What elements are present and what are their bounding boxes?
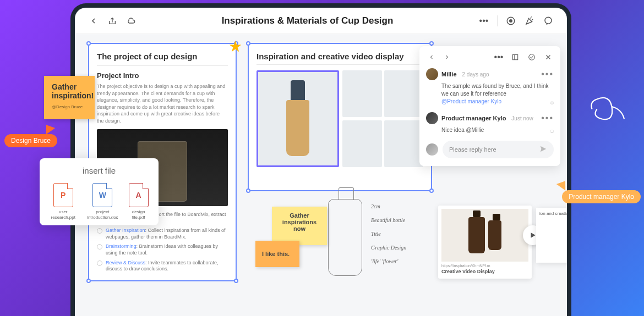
sketch-label: 'life' 'flower' (371, 258, 406, 264)
comment-body: The sample was found by Bruce, and I thi… (426, 82, 554, 106)
sketch-drawing[interactable]: 2cm Beautiful bottle Title Graphic Desig… (328, 199, 433, 281)
chat-icon[interactable] (543, 15, 554, 26)
video-thumbnail (441, 209, 528, 262)
file-label: project introduction.doc (80, 209, 125, 220)
svg-marker-8 (541, 146, 547, 152)
comment: Product manager Kylo Just now ••• Nice i… (426, 112, 554, 134)
expand-icon[interactable] (510, 52, 521, 63)
resize-handle[interactable] (246, 41, 250, 46)
sketch-label: Title (371, 231, 406, 237)
task-item: Gather Inspiration: Collect inspirations… (97, 228, 228, 240)
resize-handle[interactable] (429, 41, 434, 46)
cursor-label: Design Bruce (4, 134, 57, 147)
prev-icon[interactable] (426, 52, 437, 63)
cloud-icon[interactable] (125, 15, 137, 26)
file-label: user research.ppt (46, 209, 80, 220)
popup-title: insert file (46, 166, 152, 175)
ppt-icon: P (53, 183, 73, 207)
body-text: The project objective is to design a cup… (97, 83, 228, 125)
comment-time: Just now (511, 115, 533, 121)
comment-time: 2 days ago (462, 71, 489, 77)
comment-more-icon[interactable]: ••• (541, 69, 554, 79)
section-heading: Project Intro (97, 71, 228, 80)
svg-point-2 (545, 17, 552, 24)
sticky-note[interactable]: Gather inspirations now (272, 207, 327, 245)
avatar (426, 143, 438, 156)
video-card[interactable]: https://inspiration/XhmNPf.m Creative Vi… (438, 206, 532, 279)
task-item: Brainstorming: Brainstorm ideas with col… (97, 243, 228, 256)
avatar (426, 112, 438, 124)
comment-body: Nice idea @Millie ☺ (426, 126, 554, 134)
resize-handle[interactable] (234, 279, 238, 283)
resize-handle[interactable] (429, 189, 434, 193)
user-cursor: Design Bruce (4, 134, 57, 147)
thumbnail-image[interactable] (384, 120, 424, 167)
comment: Millie 2 days ago ••• The sample was fou… (426, 68, 554, 106)
send-icon[interactable] (539, 145, 547, 154)
sketch-label: Graphic Design (371, 245, 406, 251)
comments-panel: ••• Millie 2 days ago ••• The sample was… (419, 46, 560, 166)
avatar (426, 68, 438, 80)
file-option[interactable]: W project introduction.doc (80, 183, 125, 220)
cursor-label: Product manager Kylo (562, 190, 641, 203)
insert-file-popup: insert file P user research.ppt W projec… (40, 158, 159, 225)
product-image[interactable] (256, 70, 339, 167)
close-icon[interactable] (543, 52, 554, 63)
top-bar: Inspirations & Materials of Cup Design •… (75, 8, 567, 34)
next-icon[interactable] (441, 52, 452, 63)
resize-handle[interactable] (246, 189, 250, 193)
reply-input[interactable]: Please reply here (443, 141, 554, 158)
share-icon[interactable] (107, 15, 118, 26)
comment-more-icon[interactable]: ••• (541, 113, 554, 123)
svg-point-1 (510, 19, 512, 22)
video-title: Creative Video Display (441, 269, 528, 274)
divider (97, 65, 228, 66)
pdf-icon: A (129, 183, 149, 207)
resize-handle[interactable] (86, 41, 91, 46)
sticky-note[interactable]: I like this. (255, 241, 299, 267)
resolve-icon[interactable] (526, 52, 537, 63)
svg-point-5 (529, 54, 535, 60)
comment-author: Product manager Kylo (441, 115, 506, 121)
page-title: Inspirations & Materials of Cup Design (137, 15, 478, 26)
video-url: https://inspiration/XhmNPf.m (441, 264, 528, 268)
file-option[interactable]: P user research.ppt (46, 183, 80, 220)
task-link[interactable]: Review & Discuss (106, 260, 145, 265)
sketch-label: 2cm (371, 203, 406, 209)
svg-rect-4 (512, 54, 517, 59)
resize-handle[interactable] (86, 279, 91, 283)
sticky-author: @Design Bruce (52, 104, 87, 109)
task-link[interactable]: Gather Inspiration (106, 228, 145, 233)
divider (497, 15, 498, 26)
svg-marker-3 (531, 232, 536, 237)
emoji-icon[interactable]: ☺ (549, 127, 555, 135)
celebrate-icon[interactable] (524, 15, 535, 26)
decorative-squiggle (585, 87, 634, 136)
more-icon[interactable]: ••• (478, 15, 489, 26)
star-icon: ★ (228, 37, 242, 56)
file-label: design file.pdf (125, 209, 152, 220)
clipped-card[interactable]: ion and creativ (536, 208, 571, 263)
file-option[interactable]: A design file.pdf (125, 183, 152, 220)
emoji-icon[interactable]: ☺ (549, 99, 555, 107)
back-icon[interactable] (88, 15, 99, 26)
panel-more-icon[interactable]: ••• (493, 52, 504, 63)
user-cursor: Product manager Kylo (562, 190, 641, 203)
comment-author: Millie (441, 71, 457, 77)
inspiration-card[interactable]: Inspiration and creative video display (248, 43, 432, 191)
thumbnail-image[interactable] (342, 70, 382, 117)
doc-icon: W (92, 183, 112, 207)
card-title: Inspiration and creative video display (256, 52, 423, 61)
task-link[interactable]: Brainstorming (106, 243, 137, 249)
divider (256, 64, 423, 65)
record-icon[interactable] (505, 15, 516, 26)
sticky-note[interactable]: Gather inspiration! @Design Bruce (44, 76, 95, 119)
thumbnail-image[interactable] (342, 120, 382, 167)
thumbnail-image[interactable] (384, 70, 424, 117)
task-item: Review & Discuss: Invite teammates to co… (97, 260, 228, 273)
sketch-label: Beautiful bottle (371, 217, 406, 223)
card-title: The project of cup design (97, 52, 228, 61)
